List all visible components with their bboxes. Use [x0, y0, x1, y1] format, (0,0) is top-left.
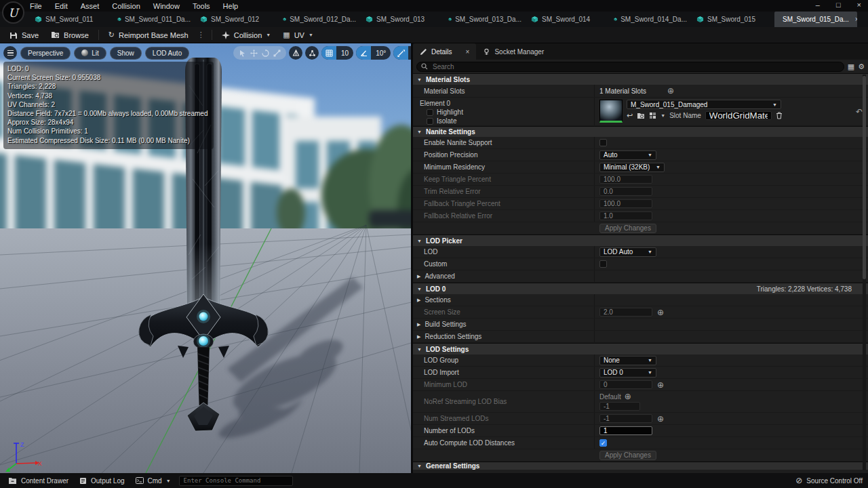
tab-sm-sword-011-da[interactable]: SM_Sword_011_Da... [113, 12, 195, 27]
noref-default-add-icon[interactable]: ⊕ [625, 392, 631, 401]
scale-snap-control[interactable]: 0.25 [393, 46, 411, 60]
custom-checkbox[interactable] [599, 260, 607, 268]
tab-socket-manager[interactable]: Socket Manager [476, 43, 551, 60]
build-settings-expander[interactable]: ▶Build Settings [413, 319, 595, 330]
number-of-lods-input[interactable]: 1 [599, 426, 652, 435]
tab-sm-sword-013[interactable]: SM_Sword_013 [361, 12, 443, 27]
tab-sm-sword-014[interactable]: SM_Sword_014 [526, 12, 609, 27]
reimport-base-mesh-button[interactable]: ↻ Reimport Base Mesh [102, 30, 195, 41]
move-tool-icon[interactable] [250, 49, 258, 57]
output-log-icon [79, 477, 87, 485]
perspective-dropdown[interactable]: Perspective [20, 47, 71, 60]
pick-asset-icon[interactable] [649, 112, 656, 119]
grid-snap-icon [321, 46, 336, 60]
menu-edit[interactable]: Edit [55, 2, 68, 10]
num-streamed-lods-input: -1 [599, 414, 652, 423]
section-general-settings[interactable]: ▼ General Settings [413, 462, 868, 470]
advanced-expander[interactable]: ▶Advanced [413, 270, 595, 282]
surface-snapping-icon[interactable] [305, 46, 319, 60]
tab-sm-sword-015-da-active[interactable]: SM_Sword_015_Da... × [774, 12, 857, 27]
tab-sm-sword-012-da[interactable]: SM_Sword_012_Da... [278, 12, 361, 27]
rotate-tool-icon[interactable] [262, 49, 269, 57]
details-scrollbar[interactable] [863, 75, 866, 470]
asset-tab-bar: SM_Sword_011 SM_Sword_011_Da... SM_Sword… [0, 12, 868, 27]
rotation-snap-control[interactable]: 10° [356, 46, 391, 60]
auto-compute-lod-checkbox[interactable]: ✓ [599, 439, 607, 447]
static-mesh-icon [283, 16, 286, 23]
output-log-button[interactable]: Output Log [77, 477, 127, 485]
isolate-checkbox[interactable] [427, 118, 433, 125]
reset-to-default-icon[interactable]: ↶ [856, 107, 863, 117]
lit-mode-dropdown[interactable]: Lit [74, 47, 106, 60]
lod-auto-dropdown[interactable]: LOD Auto [145, 47, 189, 60]
enable-nanite-checkbox[interactable] [599, 139, 607, 146]
settings-gear-icon[interactable]: ⚙ [858, 63, 865, 70]
section-lod-settings[interactable]: ▼ LOD Settings [413, 343, 868, 354]
material-dropdown[interactable]: M_Sword_015_Damaged ▼ [627, 100, 781, 109]
section-lod0[interactable]: ▼ LOD 0 Triangles: 2,228 Vertices: 4,738 [413, 283, 868, 294]
material-thumbnail[interactable] [599, 100, 623, 123]
content-drawer-button[interactable]: Content Drawer [5, 477, 71, 485]
section-nanite-settings[interactable]: ▼ Nanite Settings [413, 126, 868, 137]
section-material-slots[interactable]: ▼ Material Slots [413, 73, 868, 85]
select-cursor-icon[interactable] [239, 49, 246, 57]
reset-minimum-lod-icon[interactable]: ⊕ [657, 381, 664, 389]
tab-details[interactable]: Details × [413, 43, 476, 60]
scale-tool-icon[interactable] [273, 49, 281, 57]
viewport-menu-icon[interactable] [3, 46, 17, 60]
viewport-3d[interactable]: Z X Perspective Lit Show LOD Auto [0, 43, 411, 473]
tab-sm-sword-012[interactable]: SM_Sword_012 [195, 12, 278, 27]
search-input[interactable] [416, 62, 844, 72]
delete-slot-icon[interactable] [776, 112, 783, 119]
minimize-button[interactable]: – [816, 1, 820, 9]
collision-menu-button[interactable]: Collision ▼ [216, 30, 277, 41]
menu-asset[interactable]: Asset [81, 2, 100, 10]
details-panel: Details × Socket Manager ▦ ⚙ ▼ Material … [411, 43, 868, 473]
grid-snap-control[interactable]: 10 [321, 46, 353, 60]
close-button[interactable]: × [857, 1, 861, 9]
lod-import-dropdown[interactable]: LOD 0▼ [599, 368, 656, 378]
close-icon[interactable]: × [456, 48, 470, 56]
lod-dropdown[interactable]: LOD Auto▼ [599, 247, 656, 257]
cmd-dropdown-button[interactable]: Cmd ▼ [133, 477, 174, 485]
section-lod-picker[interactable]: ▼ LOD Picker [413, 235, 868, 246]
maximize-button[interactable]: □ [836, 1, 841, 9]
reset-num-streamed-icon[interactable]: ⊕ [657, 415, 664, 423]
uv-menu-button[interactable]: ▦ UV ▼ [277, 30, 319, 41]
source-control-off-icon: ⊘ [795, 476, 802, 485]
chevron-down-icon[interactable]: ▼ [660, 113, 665, 118]
coordinate-system-icon[interactable] [289, 46, 302, 60]
save-button[interactable]: Save [3, 30, 45, 41]
tab-sm-sword-013-da[interactable]: SM_Sword_013_Da... [443, 12, 526, 27]
menu-tools[interactable]: Tools [193, 2, 210, 10]
add-material-slot-icon[interactable]: ⊕ [667, 87, 674, 95]
source-control-button[interactable]: ⊘ Source Control Off [795, 476, 863, 485]
reduction-settings-expander[interactable]: ▶Reduction Settings [413, 331, 595, 342]
reset-screen-size-icon[interactable]: ⊕ [657, 308, 664, 317]
noref-value-input: -1 [599, 402, 640, 411]
tab-close-icon[interactable]: × [852, 16, 857, 23]
show-dropdown[interactable]: Show [110, 47, 142, 60]
menu-collision[interactable]: Collision [112, 2, 140, 10]
scrollbar-thumb[interactable] [863, 76, 866, 279]
tab-sm-sword-014-da[interactable]: SM_Sword_014_Da... [609, 12, 692, 27]
browse-button[interactable]: Browse [45, 30, 95, 41]
reimport-options-button[interactable]: ⋮ [195, 30, 208, 39]
lod-apply-changes-button[interactable]: Apply Changes [599, 451, 656, 460]
menu-help[interactable]: Help [223, 2, 239, 10]
browse-to-asset-icon[interactable] [637, 113, 645, 119]
console-command-input[interactable] [179, 476, 293, 486]
use-selected-asset-icon[interactable]: ↩ [627, 112, 633, 119]
tab-sm-sword-011[interactable]: SM_Sword_011 [30, 12, 113, 27]
tab-sm-sword-015[interactable]: SM_Sword_015 [692, 12, 774, 27]
slot-name-input[interactable] [705, 111, 772, 120]
nanite-apply-changes-button[interactable]: Apply Changes [599, 224, 656, 233]
highlight-checkbox[interactable] [427, 109, 433, 116]
minimum-residency-dropdown[interactable]: Minimal (32KB)▼ [599, 163, 665, 172]
lod-group-dropdown[interactable]: None▼ [599, 356, 656, 365]
display-filter-icon[interactable]: ▦ [848, 63, 854, 70]
position-precision-dropdown[interactable]: Auto▼ [599, 150, 656, 160]
sections-expander[interactable]: ▶Sections [413, 294, 595, 306]
menu-file[interactable]: File [30, 2, 42, 10]
menu-window[interactable]: Window [153, 2, 180, 10]
